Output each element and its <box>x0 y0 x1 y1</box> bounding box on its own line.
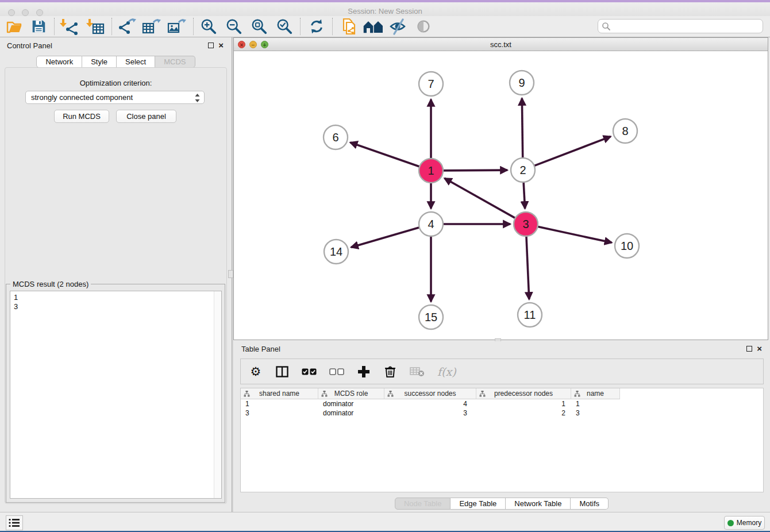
mcds-result-values: 13 <box>10 291 221 311</box>
search-input[interactable] <box>611 21 763 32</box>
search-field[interactable] <box>598 19 763 33</box>
toolbar-separator <box>332 18 333 35</box>
zoom-selected-icon <box>276 18 293 35</box>
memory-label: Memory <box>737 519 761 527</box>
table-cell: 4 <box>384 399 476 408</box>
column-header-predecessor-nodes[interactable]: predecessor nodes <box>476 388 571 399</box>
column-label: MCDS role <box>334 390 368 398</box>
export-table-icon <box>141 17 161 36</box>
tab-motifs[interactable]: Motifs <box>571 498 609 510</box>
graph-node-label: 1 <box>428 164 434 177</box>
graph-edge-4-14[interactable] <box>351 227 421 247</box>
export-table-button[interactable] <box>140 17 162 36</box>
node-table[interactable]: shared nameMCDS rolesuccessor nodesprede… <box>240 388 764 492</box>
gear-icon: ⚙ <box>251 365 261 379</box>
graph-edge-2-8[interactable] <box>533 137 611 167</box>
table-cell: 1 <box>241 399 318 408</box>
import-network-icon <box>60 17 79 36</box>
table-panel-tabs: Node TableEdge TableNetwork TableMotifs <box>233 498 770 510</box>
zoom-fit-icon <box>251 18 268 35</box>
split-panel-button[interactable] <box>275 364 289 380</box>
task-history-button[interactable] <box>6 515 23 530</box>
vertical-splitter-handle[interactable] <box>228 270 233 278</box>
table-cell: 3 <box>571 408 620 418</box>
graph-node-label: 8 <box>622 125 628 137</box>
column-header-shared-name[interactable]: shared name <box>241 388 318 399</box>
window-title: Session: New Session <box>0 7 770 16</box>
export-image-button[interactable] <box>165 17 187 36</box>
mcds-result-group: MCDS result (2 nodes) 13 <box>6 284 225 503</box>
export-network-icon <box>117 17 137 36</box>
tab-edge-table[interactable]: Edge Table <box>451 498 506 510</box>
graph-edge-3-1[interactable] <box>445 178 517 219</box>
table-toolbar: ⚙ <box>240 358 764 384</box>
zoom-selected-button[interactable] <box>274 17 295 36</box>
duplicate-network-button[interactable] <box>338 17 360 36</box>
criterion-dropdown[interactable]: strongly connected component <box>25 91 205 104</box>
table-header-row: shared nameMCDS rolesuccessor nodesprede… <box>241 388 763 399</box>
zoom-fit-button[interactable] <box>248 17 270 36</box>
close-panel-button[interactable]: Close panel <box>116 110 176 123</box>
network-canvas[interactable]: 1234678910111415 <box>234 51 768 340</box>
refresh-icon <box>308 18 325 35</box>
table-cell: 1 <box>571 399 620 408</box>
tab-network[interactable]: Network <box>36 56 82 68</box>
export-network-button[interactable] <box>116 17 138 36</box>
graph-node-label: 3 <box>522 218 529 230</box>
float-panel-icon[interactable] <box>746 346 752 352</box>
hide-selected-button[interactable] <box>387 17 409 36</box>
column-header-MCDS-role[interactable]: MCDS role <box>318 388 384 399</box>
table-settings-button[interactable]: ⚙ <box>249 364 263 380</box>
refresh-layout-button[interactable] <box>306 17 328 36</box>
run-mcds-button[interactable]: Run MCDS <box>54 110 109 123</box>
delete-column-button[interactable] <box>383 364 397 380</box>
split-panel-icon <box>276 366 288 377</box>
close-panel-icon[interactable]: × <box>218 42 224 49</box>
float-panel-icon[interactable] <box>208 43 214 48</box>
import-network-button[interactable] <box>59 17 80 36</box>
add-column-button[interactable] <box>357 364 371 380</box>
column-header-successor-nodes[interactable]: successor nodes <box>384 388 476 399</box>
column-label: predecessor nodes <box>494 390 553 398</box>
deselect-all-icon <box>329 368 344 375</box>
graph-edge-2-3[interactable] <box>523 180 525 209</box>
toolbar-separator <box>111 18 112 35</box>
zoom-out-button[interactable] <box>223 17 245 36</box>
open-session-button[interactable] <box>3 17 25 36</box>
function-builder-button: f(x) <box>437 364 456 380</box>
tab-mcds[interactable]: MCDS <box>155 56 195 68</box>
memory-status-icon <box>727 520 734 526</box>
column-header-name[interactable]: name <box>571 388 620 399</box>
mcds-result-textarea[interactable]: 13 <box>10 291 222 499</box>
table-row[interactable]: 3dominator323 <box>241 408 763 418</box>
zoom-in-button[interactable] <box>198 17 220 36</box>
zoom-in-icon <box>200 18 217 35</box>
memory-button[interactable]: Memory <box>724 516 765 530</box>
eye-slash-icon <box>389 17 407 36</box>
tab-node-table[interactable]: Node Table <box>395 498 451 510</box>
graph-edge-1-6[interactable] <box>350 142 421 167</box>
select-all-button[interactable] <box>302 364 317 380</box>
toolbar-separator <box>193 18 194 35</box>
toolbar-separator <box>54 18 55 35</box>
mcds-result-title: MCDS result (2 nodes) <box>10 280 91 288</box>
tab-style[interactable]: Style <box>82 56 117 68</box>
graph-edge-1-2[interactable] <box>441 170 507 171</box>
open-folder-icon <box>5 17 24 36</box>
first-neighbors-button[interactable] <box>362 17 384 36</box>
graph-edge-2-9[interactable] <box>522 98 522 160</box>
save-session-button[interactable] <box>28 17 49 36</box>
tab-select[interactable]: Select <box>117 56 155 68</box>
deselect-all-button[interactable] <box>329 364 344 380</box>
graph-node-label: 14 <box>330 245 342 258</box>
graph-edge-3-10[interactable] <box>536 226 612 243</box>
houses-icon <box>363 18 383 35</box>
table-row[interactable]: 1dominator411 <box>241 399 763 408</box>
close-panel-icon[interactable]: × <box>757 345 762 352</box>
tab-network-table[interactable]: Network Table <box>506 498 571 510</box>
table-panel: Table Panel × ⚙ <box>233 341 770 512</box>
import-table-button[interactable] <box>85 17 107 36</box>
graph-edge-3-11[interactable] <box>526 234 529 299</box>
result-scrollbar[interactable] <box>214 291 221 498</box>
plus-icon <box>357 365 370 378</box>
